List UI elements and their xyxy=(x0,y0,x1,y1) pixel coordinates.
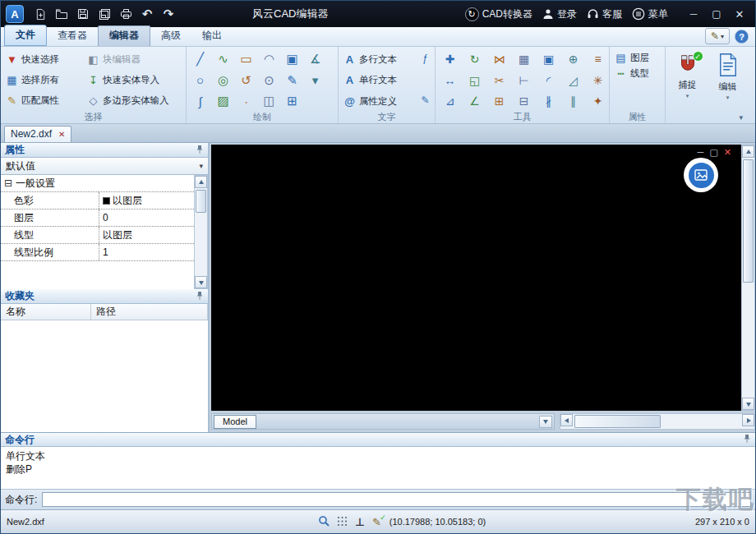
break-icon[interactable]: ⊟ xyxy=(513,91,535,111)
measure-icon[interactable]: ⊿ xyxy=(439,91,461,111)
menu-button[interactable]: 菜单 xyxy=(632,7,668,21)
property-row-linetype-scale[interactable]: 线型比例 1 xyxy=(1,244,194,261)
spline-icon[interactable]: ∫ xyxy=(190,91,210,111)
dimension-icon[interactable]: ∡ xyxy=(305,49,325,69)
point-icon[interactable]: ∙ xyxy=(236,91,256,111)
match-properties-button[interactable]: ✎ 匹配属性 xyxy=(4,94,85,107)
pin-icon[interactable] xyxy=(196,291,204,302)
property-row-layer[interactable]: 图层 0 xyxy=(1,209,194,227)
snap-toggle-button[interactable]: ✓ 捕捉 xyxy=(669,49,706,113)
line-icon[interactable]: ╱ xyxy=(190,49,210,69)
attribute-define-button[interactable]: @ 属性定义 xyxy=(342,95,417,108)
canvas-vertical-scrollbar[interactable] xyxy=(741,145,755,411)
tab-file[interactable]: 文件 xyxy=(4,25,47,46)
close-button[interactable]: ✕ xyxy=(729,5,750,23)
layer-button[interactable]: ▤ 图层 xyxy=(613,52,662,64)
linetype-button[interactable]: ┅ 线型 xyxy=(613,67,662,80)
arc-icon[interactable]: ↺ xyxy=(236,71,256,90)
new-file-button[interactable] xyxy=(30,4,50,24)
maximize-button[interactable]: ▢ xyxy=(706,5,727,23)
login-button[interactable]: 登录 xyxy=(542,7,577,21)
undo-button[interactable]: ↶ xyxy=(137,4,157,24)
grid-snap-icon[interactable] xyxy=(337,516,348,528)
quick-select-button[interactable]: ▼ 快速选择 xyxy=(4,53,85,66)
scroll-right-button[interactable] xyxy=(742,414,754,426)
command-history[interactable]: 单行文本 删除P xyxy=(1,447,755,489)
tab-editor[interactable]: 编辑器 xyxy=(98,25,150,46)
command-panel-header[interactable]: 命令行 xyxy=(1,433,755,447)
array-icon[interactable]: ▦ xyxy=(513,49,535,69)
polygon-entity-input-button[interactable]: ◇ 多边形实体输入 xyxy=(85,94,183,107)
region-icon[interactable]: ▣ xyxy=(282,49,302,69)
ellipse-icon[interactable]: ◎ xyxy=(213,71,233,90)
polyline-icon[interactable]: ∿ xyxy=(213,49,233,69)
minimize-button[interactable]: ─ xyxy=(683,5,704,23)
pin-icon[interactable] xyxy=(743,434,751,445)
drawing-restore-button[interactable]: ▢ xyxy=(709,147,717,158)
copy-icon[interactable]: ▣ xyxy=(537,49,560,69)
scrollbar-thumb[interactable] xyxy=(743,159,754,283)
scroll-left-button[interactable] xyxy=(560,414,573,426)
explode-icon[interactable]: ✳ xyxy=(587,71,609,90)
scroll-down-button[interactable] xyxy=(195,276,207,288)
more-draw-icon[interactable]: ▾ xyxy=(305,71,325,90)
document-tab[interactable]: New2.dxf ✕ xyxy=(4,126,71,142)
raster-image-icon[interactable]: ◫ xyxy=(259,91,279,111)
single-line-text-button[interactable]: A 单行文本 xyxy=(342,74,417,86)
join-icon[interactable]: ⊕ xyxy=(562,49,584,69)
favorites-column-name[interactable]: 名称 xyxy=(1,304,91,320)
drawing-close-button[interactable]: ✕ xyxy=(724,147,731,158)
scrollbar-thumb[interactable] xyxy=(574,415,661,428)
trim-icon[interactable]: ✂ xyxy=(488,71,510,90)
move-icon[interactable]: ✚ xyxy=(439,49,461,69)
drawing-canvas[interactable]: ─ ▢ ✕ xyxy=(211,145,741,411)
edit-text-icon[interactable]: ✎ xyxy=(419,94,431,107)
donut-icon[interactable]: ⊙ xyxy=(259,71,279,90)
field-icon[interactable]: ƒ xyxy=(419,53,431,65)
property-preset-dropdown[interactable]: 默认值 xyxy=(1,158,208,175)
command-input[interactable] xyxy=(42,492,751,507)
properties-panel-header[interactable]: 属性 xyxy=(1,143,208,158)
collapse-icon[interactable]: ⊟ xyxy=(4,179,12,187)
annotate-dropdown-button[interactable]: ✎ xyxy=(705,28,730,44)
help-button[interactable]: ? xyxy=(735,30,749,44)
scale-icon[interactable]: ◱ xyxy=(463,71,486,90)
pin-icon[interactable] xyxy=(196,145,204,156)
mirror-icon[interactable]: ⋈ xyxy=(488,49,510,69)
align-icon[interactable]: ⊞ xyxy=(488,91,510,111)
open-file-button[interactable] xyxy=(52,4,71,24)
rotate-icon[interactable]: ↻ xyxy=(463,49,486,69)
scrollbar-thumb[interactable] xyxy=(196,190,206,213)
edit-mode-button[interactable]: 编辑 xyxy=(709,49,746,113)
circle-icon[interactable]: ○ xyxy=(190,71,210,90)
scroll-up-button[interactable] xyxy=(195,176,207,188)
save-all-button[interactable] xyxy=(94,4,114,24)
property-section-row[interactable]: ⊟ 一般设置 xyxy=(1,175,194,192)
favorites-column-path[interactable]: 路径 xyxy=(91,304,208,320)
fillet-icon[interactable]: ◜ xyxy=(537,71,560,90)
property-row-linetype[interactable]: 线型 以图层 xyxy=(1,227,194,244)
quick-entity-import-button[interactable]: ↧ 快速实体导入 xyxy=(85,74,183,86)
support-button[interactable]: 客服 xyxy=(587,7,622,21)
zoom-tool-icon[interactable] xyxy=(318,515,330,528)
print-button[interactable] xyxy=(116,4,136,24)
canvas-horizontal-scrollbar[interactable] xyxy=(560,413,755,430)
drawing-minimize-button[interactable]: ─ xyxy=(698,147,704,158)
tab-output[interactable]: 输出 xyxy=(191,26,233,46)
favorites-panel-header[interactable]: 收藏夹 xyxy=(1,289,208,304)
divide-icon[interactable]: ∦ xyxy=(537,91,560,111)
favorites-list-body[interactable] xyxy=(1,320,208,432)
document-tab-close-icon[interactable]: ✕ xyxy=(58,130,65,139)
converter-badge-button[interactable] xyxy=(684,158,718,192)
tab-advanced[interactable]: 高级 xyxy=(150,26,191,46)
scroll-down-button[interactable] xyxy=(742,398,754,410)
ribbon-collapse-chevron[interactable]: ▾ xyxy=(739,113,743,122)
cad-converter-button[interactable]: ↻ CAD转换器 xyxy=(465,7,532,21)
property-grid-scrollbar[interactable] xyxy=(194,175,208,289)
property-row-color[interactable]: 色彩 以图层 xyxy=(1,192,194,209)
tab-viewer[interactable]: 查看器 xyxy=(47,26,98,46)
ortho-mode-icon[interactable]: ⊥ xyxy=(355,516,365,528)
mtext-button[interactable]: A 多行文本 xyxy=(342,53,417,66)
rectangle-icon[interactable]: ▭ xyxy=(236,49,256,69)
hatch-icon[interactable]: ▨ xyxy=(213,91,233,111)
